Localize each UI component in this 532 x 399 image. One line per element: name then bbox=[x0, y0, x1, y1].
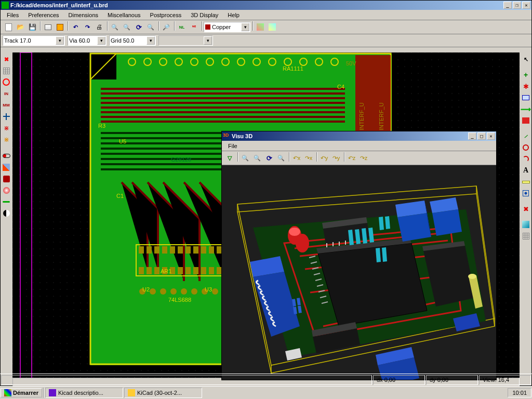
new-button[interactable] bbox=[3, 21, 14, 33]
svg-rect-45 bbox=[193, 246, 198, 254]
module-ratsnest-toggle[interactable]: ⋇ bbox=[1, 134, 12, 145]
task-kicad-desc[interactable]: Kicad descriptio... bbox=[45, 388, 123, 398]
highlight-net-tool[interactable] bbox=[520, 69, 531, 81]
svg-text:INTERF_U: INTERF_U bbox=[378, 102, 384, 130]
main-titlebar[interactable]: F:/kicad/demos/interf_u/interf_u.brd _ ❐… bbox=[1, 1, 531, 10]
grid-toggle[interactable] bbox=[1, 65, 12, 76]
local-ratsnest-tool[interactable]: ✱ bbox=[520, 81, 531, 92]
via-show-toggle[interactable] bbox=[1, 184, 12, 196]
v3d-rotx-neg-button[interactable]: ↶x bbox=[291, 152, 302, 164]
refresh-button[interactable] bbox=[133, 21, 144, 33]
save-button[interactable] bbox=[26, 21, 38, 33]
main-statusbar: dx 0,00 dy 0,00 View: 16,4 bbox=[0, 374, 532, 386]
menu-3ddisplay[interactable]: 3D Display bbox=[187, 11, 222, 19]
viewer3d-maximize[interactable]: □ bbox=[477, 132, 486, 140]
pad-show-toggle[interactable] bbox=[1, 173, 12, 184]
redo-button[interactable] bbox=[82, 21, 93, 33]
v3d-roty-neg-button[interactable]: ↶y bbox=[318, 152, 330, 164]
add-zone-tool[interactable] bbox=[520, 115, 531, 126]
zones-toggle[interactable] bbox=[1, 162, 12, 173]
status-dy: dy 0,00 bbox=[426, 375, 478, 385]
task-kicad[interactable]: KiCad (30-oct-2... bbox=[124, 388, 202, 398]
viewer3d-window[interactable]: 3D Visu 3D _ □ ✕ File ↶x ↷x ↶y ↷y ↶z ↷z bbox=[221, 131, 497, 380]
grid-combo-value: Grid 50.0 bbox=[111, 37, 134, 44]
contrast-toggle[interactable] bbox=[1, 207, 12, 219]
add-target-tool[interactable] bbox=[520, 188, 531, 199]
track-combo[interactable]: Track 17.0 bbox=[3, 35, 65, 46]
viewer3d-toolbar: ↶x ↷x ↶y ↷y ↶z ↷z bbox=[222, 151, 496, 165]
add-dimension-tool[interactable] bbox=[520, 176, 531, 188]
via-combo[interactable]: Via 60.0 bbox=[68, 35, 107, 46]
find-button[interactable]: 🔎 bbox=[161, 21, 172, 33]
viewer3d-menu-file[interactable]: File bbox=[224, 142, 242, 150]
viewer3d-scene bbox=[222, 165, 496, 380]
main-menubar: Files Preferences Dimensions Miscellanou… bbox=[1, 10, 531, 20]
ratsnest-toggle[interactable]: ⋇ bbox=[1, 122, 12, 134]
delete-tool[interactable] bbox=[520, 203, 531, 215]
close-button[interactable]: ✕ bbox=[522, 2, 530, 9]
v3d-zoomin-button[interactable] bbox=[240, 152, 251, 164]
menu-dimensions[interactable]: Dimensions bbox=[64, 11, 102, 19]
svg-rect-58 bbox=[201, 267, 206, 274]
v3d-zoomout-button[interactable] bbox=[251, 152, 263, 164]
menu-help[interactable]: Help bbox=[223, 11, 244, 19]
v3d-rotz-neg-button[interactable]: ↶z bbox=[346, 152, 357, 164]
select-tool[interactable] bbox=[520, 54, 531, 65]
svg-point-67 bbox=[191, 288, 197, 295]
start-button[interactable]: Démarrer bbox=[1, 388, 42, 397]
viewer3d-canvas[interactable] bbox=[222, 165, 496, 380]
units-mm-button[interactable]: MM bbox=[1, 99, 12, 111]
mode-button-2[interactable] bbox=[267, 21, 278, 33]
add-module-tool[interactable] bbox=[520, 92, 531, 103]
print-button[interactable] bbox=[94, 21, 105, 33]
menu-files[interactable]: Files bbox=[3, 11, 23, 19]
v3d-redraw-button[interactable] bbox=[263, 152, 275, 164]
layer-combo[interactable]: Copper bbox=[204, 22, 250, 32]
grid-origin-tool[interactable] bbox=[520, 230, 531, 242]
v3d-zoomfit-button[interactable] bbox=[275, 152, 287, 164]
add-line-tool[interactable] bbox=[520, 130, 531, 142]
drc-toggle[interactable]: ✖ bbox=[1, 54, 12, 65]
viewer3d-titlebar[interactable]: 3D Visu 3D _ □ ✕ bbox=[222, 131, 496, 141]
module-button[interactable] bbox=[54, 21, 65, 33]
viewer3d-minimize[interactable]: _ bbox=[468, 132, 476, 140]
track-show-toggle[interactable] bbox=[1, 196, 12, 207]
page-button[interactable] bbox=[42, 21, 54, 33]
svg-point-63 bbox=[150, 288, 156, 295]
add-text-tool[interactable] bbox=[520, 165, 531, 176]
polar-toggle[interactable] bbox=[1, 76, 12, 88]
offset-tool[interactable] bbox=[520, 219, 531, 230]
add-arc-tool[interactable] bbox=[520, 153, 531, 165]
separator bbox=[172, 21, 176, 33]
menu-miscellanous[interactable]: Miscellanous bbox=[103, 11, 145, 19]
svg-point-104 bbox=[296, 234, 309, 252]
zoom-out-button[interactable] bbox=[121, 21, 132, 33]
undo-button[interactable] bbox=[70, 21, 81, 33]
grid-combo[interactable]: Grid 50.0 bbox=[109, 35, 156, 46]
open-button[interactable] bbox=[15, 21, 26, 33]
zoom-in-button[interactable] bbox=[109, 21, 121, 33]
route-track-tool[interactable]: ⟿ bbox=[520, 103, 531, 115]
v3d-roty-pos-button[interactable]: ↷y bbox=[330, 152, 342, 164]
v3d-rotz-pos-button[interactable]: ↷z bbox=[358, 152, 369, 164]
menu-preferences[interactable]: Preferences bbox=[24, 11, 63, 19]
maximize-button[interactable]: ❐ bbox=[513, 2, 521, 9]
svg-point-110 bbox=[468, 274, 476, 279]
viewer3d-close[interactable]: ✕ bbox=[487, 132, 495, 140]
units-in-button[interactable]: IN bbox=[1, 88, 12, 99]
minimize-button[interactable]: _ bbox=[503, 2, 512, 9]
autodelete-toggle[interactable] bbox=[1, 150, 12, 162]
cursor-shape-button[interactable] bbox=[1, 111, 12, 122]
menu-postprocess[interactable]: Postprocess bbox=[146, 11, 186, 19]
svg-rect-57 bbox=[193, 267, 198, 274]
zoom-combo[interactable] bbox=[158, 35, 213, 46]
separator bbox=[236, 152, 239, 164]
add-circle-tool[interactable] bbox=[520, 142, 531, 153]
toolbar-main: 🔎 NL ᴺᴱ Copper bbox=[1, 20, 531, 34]
zoom-fit-button[interactable] bbox=[145, 21, 156, 33]
v3d-options-button[interactable] bbox=[224, 152, 235, 164]
netlist-button[interactable]: NL bbox=[176, 21, 188, 33]
drc-button[interactable]: ᴺᴱ bbox=[188, 21, 200, 33]
v3d-rotx-pos-button[interactable]: ↷x bbox=[303, 152, 314, 164]
mode-button-1[interactable] bbox=[255, 21, 266, 33]
